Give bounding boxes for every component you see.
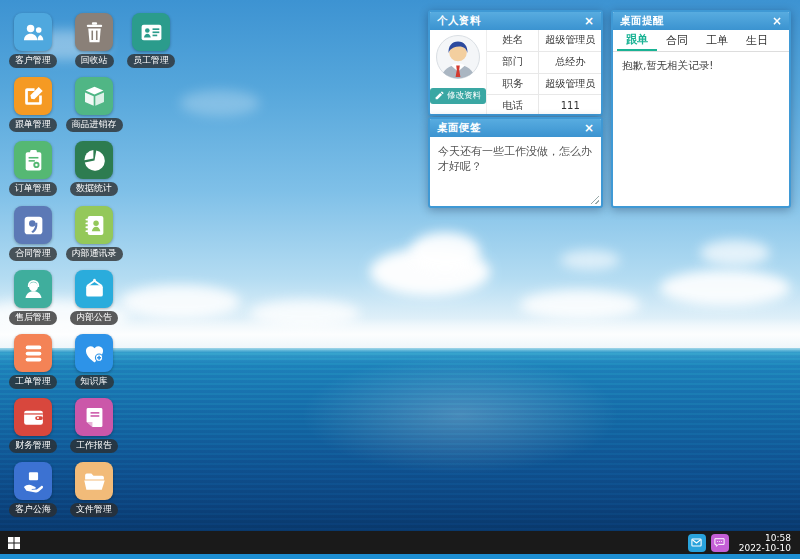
desktop-icon-employee-management[interactable]: 员工管理	[120, 13, 182, 68]
desktop-icon-label: 知识库	[75, 375, 114, 389]
tab-contract[interactable]: 合同	[657, 30, 697, 51]
note-panel: 桌面便签 × 今天还有一些工作没做，怎么办才好呢？	[428, 117, 603, 208]
desktop-icon-internal-contacts[interactable]: 内部通讯录	[63, 206, 125, 261]
taskbar: 10:58 2022-10-10	[0, 531, 800, 554]
desktop-icon-label: 合同管理	[9, 247, 57, 261]
desktop-icon-recycle-bin[interactable]: 回收站	[63, 13, 125, 68]
tab-birthday[interactable]: 生日	[737, 30, 777, 51]
followup-management-icon	[14, 77, 52, 115]
contract-management-icon	[14, 206, 52, 244]
profile-panel-titlebar[interactable]: 个人资料 ×	[430, 12, 601, 30]
desktop-icon-internal-announcement[interactable]: 内部公告	[63, 270, 125, 325]
reminder-panel: 桌面提醒 × 跟单 合同 工单 生日 抱歉,暂无相关记录!	[611, 10, 791, 208]
profile-table: 姓名 超级管理员 部门 总经办 职务 超级管理员 电话 111	[487, 30, 601, 116]
profile-panel-title: 个人资料	[437, 14, 481, 28]
reminder-close-icon[interactable]: ×	[772, 12, 782, 30]
taskbar-accent-strip	[0, 554, 800, 559]
clock-time: 10:58	[739, 533, 791, 543]
desktop-icon-label: 客户公海	[9, 503, 57, 517]
reminder-panel-title: 桌面提醒	[620, 14, 664, 28]
file-management-icon	[75, 462, 113, 500]
desktop: 客户管理 回收站 员工管理 跟单管理 商品进销存 订单管理 数据统计 合同管理 …	[0, 0, 800, 559]
profile-row: 姓名 超级管理员	[487, 30, 601, 52]
internal-announcement-icon	[75, 270, 113, 308]
desktop-icon-customer-management[interactable]: 客户管理	[2, 13, 64, 68]
desktop-icon-label: 售后管理	[9, 311, 57, 325]
desktop-icon-work-report[interactable]: 工作报告	[63, 398, 125, 453]
desktop-icon-label: 商品进销存	[66, 118, 123, 132]
note-panel-title: 桌面便签	[437, 121, 481, 135]
profile-row: 电话 111	[487, 95, 601, 116]
finance-management-icon	[14, 398, 52, 436]
clock-date: 2022-10-10	[739, 543, 791, 553]
customer-pool-icon	[14, 462, 52, 500]
profile-close-icon[interactable]: ×	[584, 12, 594, 30]
desktop-icon-label: 工作报告	[70, 439, 118, 453]
desktop-icon-label: 客户管理	[9, 54, 57, 68]
resize-grip[interactable]	[590, 195, 599, 204]
desktop-icon-label: 内部通讯录	[66, 247, 123, 261]
desktop-icon-label: 财务管理	[9, 439, 57, 453]
start-button[interactable]	[8, 537, 20, 549]
note-panel-titlebar[interactable]: 桌面便签 ×	[430, 119, 601, 137]
desktop-icon-workorder-management[interactable]: 工单管理	[2, 334, 64, 389]
profile-panel: 个人资料 ×	[428, 10, 603, 116]
work-report-icon	[75, 398, 113, 436]
reminder-tabs: 跟单 合同 工单 生日	[613, 30, 789, 52]
desktop-icon-label: 订单管理	[9, 182, 57, 196]
note-close-icon[interactable]: ×	[584, 119, 594, 137]
internal-contacts-icon	[75, 206, 113, 244]
inventory-management-icon	[75, 77, 113, 115]
aftersales-management-icon	[14, 270, 52, 308]
profile-row: 职务 超级管理员	[487, 74, 601, 96]
desktop-icon-inventory-management[interactable]: 商品进销存	[63, 77, 125, 132]
order-management-icon	[14, 141, 52, 179]
edit-pencil-icon	[435, 91, 444, 102]
mail-tray-icon[interactable]	[688, 534, 706, 552]
recycle-bin-icon	[75, 13, 113, 51]
desktop-icon-followup-management[interactable]: 跟单管理	[2, 77, 64, 132]
desktop-icon-label: 跟单管理	[9, 118, 57, 132]
desktop-icon-label: 员工管理	[127, 54, 175, 68]
desktop-icon-label: 回收站	[75, 54, 114, 68]
taskbar-clock: 10:58 2022-10-10	[734, 533, 796, 553]
workorder-management-icon	[14, 334, 52, 372]
desktop-icon-knowledge-base[interactable]: 知识库	[63, 334, 125, 389]
tab-followup[interactable]: 跟单	[617, 30, 657, 51]
desktop-icon-label: 内部公告	[70, 311, 118, 325]
desktop-icon-data-statistics[interactable]: 数据统计	[63, 141, 125, 196]
note-textarea[interactable]: 今天还有一些工作没做，怎么办才好呢？	[430, 137, 601, 206]
desktop-icon-label: 数据统计	[70, 182, 118, 196]
customer-management-icon	[14, 13, 52, 51]
avatar	[435, 34, 481, 84]
data-statistics-icon	[75, 141, 113, 179]
reminder-panel-titlebar[interactable]: 桌面提醒 ×	[613, 12, 789, 30]
edit-profile-button[interactable]: 修改资料	[430, 88, 486, 104]
chat-tray-icon[interactable]	[711, 534, 729, 552]
desktop-icon-aftersales-management[interactable]: 售后管理	[2, 270, 64, 325]
employee-management-icon	[132, 13, 170, 51]
tab-workorder[interactable]: 工单	[697, 30, 737, 51]
desktop-icon-file-management[interactable]: 文件管理	[63, 462, 125, 517]
profile-row: 部门 总经办	[487, 52, 601, 74]
desktop-icon-contract-management[interactable]: 合同管理	[2, 206, 64, 261]
desktop-icon-order-management[interactable]: 订单管理	[2, 141, 64, 196]
desktop-icon-customer-pool[interactable]: 客户公海	[2, 462, 64, 517]
desktop-icon-finance-management[interactable]: 财务管理	[2, 398, 64, 453]
knowledge-base-icon	[75, 334, 113, 372]
reminder-empty-message: 抱歉,暂无相关记录!	[613, 52, 789, 80]
desktop-icon-label: 工单管理	[9, 375, 57, 389]
desktop-icon-label: 文件管理	[70, 503, 118, 517]
